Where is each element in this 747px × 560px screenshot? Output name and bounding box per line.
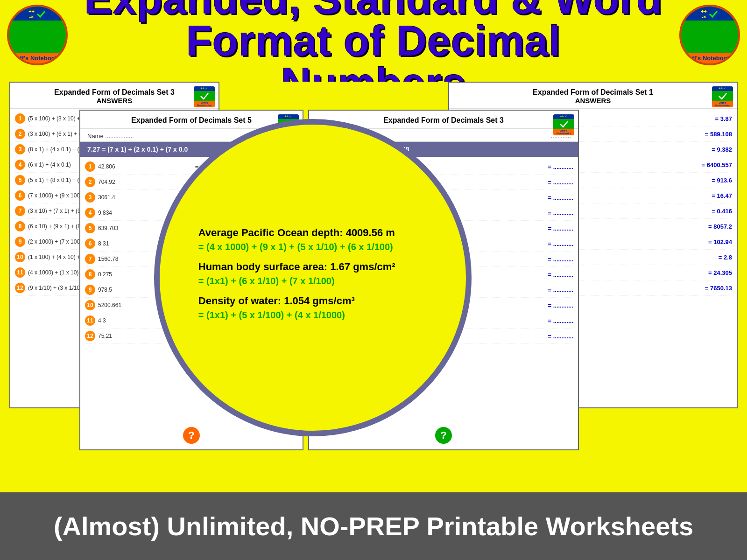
row-num-10: 10 bbox=[15, 252, 25, 262]
row-num-9: 9 bbox=[15, 237, 25, 247]
fact-body-formula: = (1x1) + (6 x 1/10) + (7 x 1/100) bbox=[198, 276, 427, 287]
worksheets-area: Expanded Form of Decimals Set 3 ANSWERS … bbox=[0, 82, 747, 492]
row-answer-3: = 9.382 bbox=[699, 146, 732, 153]
ws-back-right-logo-check bbox=[712, 91, 733, 101]
row-answer-1: = 3.87 bbox=[699, 115, 732, 122]
ws-logo-check bbox=[194, 91, 215, 101]
ws-front-right-logo-topbar: +÷ ✓ bbox=[553, 114, 574, 119]
plus-minus-icon-right: +÷-× bbox=[701, 8, 706, 20]
row-answer-12: = ............ bbox=[541, 333, 573, 340]
ws-back-left-logo: +÷ ✓ Jeff's Notebooks bbox=[194, 86, 215, 107]
ws-logo-brand: Jeff's Notebooks bbox=[194, 101, 215, 107]
ws-back-right-title: Expanded Form of Decimals Set 1 bbox=[453, 88, 733, 97]
row-num-2: 2 bbox=[15, 129, 25, 139]
ws-back-left-subtitle: ANSWERS bbox=[14, 97, 215, 105]
ws-front-right-logo-check bbox=[553, 119, 574, 129]
ws-back-right-subtitle: ANSWERS bbox=[453, 97, 733, 105]
ws-front-right-logo: +÷ ✓ Jeff's Notebooks bbox=[553, 114, 574, 135]
row-value-1: 42.806 bbox=[98, 163, 192, 170]
row-answer-6: = 16.47 bbox=[699, 192, 732, 199]
fact-pacific-label: Average Pacific Ocean depth: 4009.56 m bbox=[198, 227, 427, 239]
row-value-2: 704.92 bbox=[98, 179, 192, 185]
ws-front-left-logo-topbar: +÷ ✓ bbox=[278, 114, 299, 119]
ws-back-left-header: Expanded Form of Decimals Set 3 ANSWERS … bbox=[10, 83, 218, 109]
ws-front-right-title: Expanded Form of Decimals Set 3 bbox=[313, 116, 574, 125]
row-num-1: 1 bbox=[85, 161, 95, 172]
logo-text-left: Jeff's Notebooks bbox=[9, 53, 66, 63]
fact-water-label: Density of water: 1.054 gms/cm³ bbox=[198, 295, 427, 307]
logo-left: +÷-× Jeff's Notebooks bbox=[7, 5, 68, 65]
row-answer-2: = ............ bbox=[541, 179, 573, 186]
fact-water: Density of water: 1.054 gms/cm³ = (1x1) … bbox=[198, 295, 427, 321]
row-num-5: 5 bbox=[15, 175, 25, 185]
question-button-front-right[interactable]: ? bbox=[435, 427, 452, 444]
fact-water-formula: = (1x1) + (5 x 1/100) + (4 x 1/1000) bbox=[198, 310, 427, 321]
row-answer-12: = 7650.13 bbox=[699, 285, 732, 292]
row-num-4: 4 bbox=[15, 160, 25, 170]
row-answer-2: = 589.108 bbox=[699, 131, 732, 138]
ws-back-right-logo: +÷ ✓ Jeff's Notebooks bbox=[712, 86, 733, 107]
row-num-5: 5 bbox=[85, 223, 95, 233]
logo-top-bar-right: +÷-× bbox=[681, 7, 738, 21]
row-answer-3: = ............ bbox=[541, 194, 573, 201]
logo-orange-bg-left bbox=[9, 21, 66, 53]
row-num-4: 4 bbox=[85, 208, 95, 218]
ws-back-left-title: Expanded Form of Decimals Set 3 bbox=[14, 88, 215, 97]
ws-back-right-header: Expanded Form of Decimals Set 1 ANSWERS … bbox=[449, 83, 737, 109]
row-answer-1: = ............ bbox=[541, 163, 573, 170]
ws-front-left-title: Expanded Form of Decimals Set 5 bbox=[84, 116, 299, 125]
row-answer-8: = 8057.2 bbox=[699, 223, 732, 230]
bottom-banner: (Almost) Unlimited, NO-PREP Printable Wo… bbox=[0, 492, 747, 560]
logo-text-right: Jeff's Notebooks bbox=[681, 53, 738, 63]
row-num-9: 9 bbox=[85, 285, 95, 295]
row-num-7: 7 bbox=[15, 206, 25, 216]
row-num-11: 11 bbox=[15, 267, 25, 278]
ws-front-right-logo-brand: Jeff's Notebooks bbox=[553, 129, 574, 135]
checkmark-icon-right bbox=[708, 9, 719, 19]
row-num-12: 12 bbox=[85, 331, 95, 341]
row-answer-5: = 913.6 bbox=[699, 177, 732, 184]
row-answer-9: = 102.94 bbox=[699, 238, 732, 245]
ws-back-right-logo-topbar: +÷ ✓ bbox=[712, 86, 733, 91]
logo-right: +÷-× Jeff's Notebooks bbox=[679, 5, 740, 65]
title-line2: Format of Decimal bbox=[186, 18, 561, 64]
row-num-3: 3 bbox=[15, 144, 25, 154]
circle-content: Average Pacific Ocean depth: 4009.56 m =… bbox=[175, 208, 451, 348]
row-answer-4: = ............ bbox=[541, 210, 573, 217]
fact-pacific-formula: = (4 x 1000) + (9 x 1) + (5 x 1/10) + (6… bbox=[198, 242, 427, 252]
row-num-1: 1 bbox=[15, 113, 25, 124]
row-answer-11: = 24.305 bbox=[699, 269, 732, 276]
row-answer-8: = ............ bbox=[541, 271, 573, 278]
row-num-8: 8 bbox=[15, 221, 25, 231]
checkmark-icon-left bbox=[36, 9, 46, 19]
row-answer-11: = ............ bbox=[541, 317, 573, 324]
row-num-7: 7 bbox=[85, 254, 95, 264]
logo-orange-bg-right bbox=[681, 21, 738, 53]
question-button-front-left[interactable]: ? bbox=[183, 427, 200, 444]
row-num-6: 6 bbox=[85, 238, 95, 249]
row-num-12: 12 bbox=[15, 283, 25, 293]
row-answer-10: = 2.8 bbox=[699, 254, 732, 261]
ws-back-right-logo-brand: Jeff's Notebooks bbox=[712, 101, 733, 107]
row-answer-7: = ............ bbox=[541, 256, 573, 263]
facts-circle: Average Pacific Ocean depth: 4009.56 m =… bbox=[154, 119, 472, 436]
row-answer-4: = 6400.557 bbox=[699, 161, 732, 168]
row-num-6: 6 bbox=[15, 190, 25, 201]
header-area: +÷-× Jeff's Notebooks Expanded, Standard… bbox=[0, 0, 747, 82]
row-answer-6: = ............ bbox=[541, 240, 573, 247]
bottom-banner-text: (Almost) Unlimited, NO-PREP Printable Wo… bbox=[54, 511, 693, 541]
logo-top-bar-left: +÷-× bbox=[9, 7, 66, 21]
row-num-8: 8 bbox=[85, 269, 95, 280]
row-answer-9: = ............ bbox=[541, 287, 573, 294]
row-num-2: 2 bbox=[85, 177, 95, 187]
fact-body-label: Human body surface area: 1.67 gms/cm² bbox=[198, 261, 427, 273]
row-answer-5: = ............ bbox=[541, 225, 573, 232]
ws-logo-topbar: +÷ ✓ bbox=[194, 86, 215, 91]
fact-body: Human body surface area: 1.67 gms/cm² = … bbox=[198, 261, 427, 287]
row-num-3: 3 bbox=[85, 192, 95, 203]
row-num-11: 11 bbox=[85, 315, 95, 326]
row-num-10: 10 bbox=[85, 300, 95, 310]
row-answer-7: = 0.416 bbox=[699, 208, 732, 215]
fact-pacific: Average Pacific Ocean depth: 4009.56 m =… bbox=[198, 227, 427, 252]
plus-minus-icon-left: +÷-× bbox=[28, 8, 34, 20]
